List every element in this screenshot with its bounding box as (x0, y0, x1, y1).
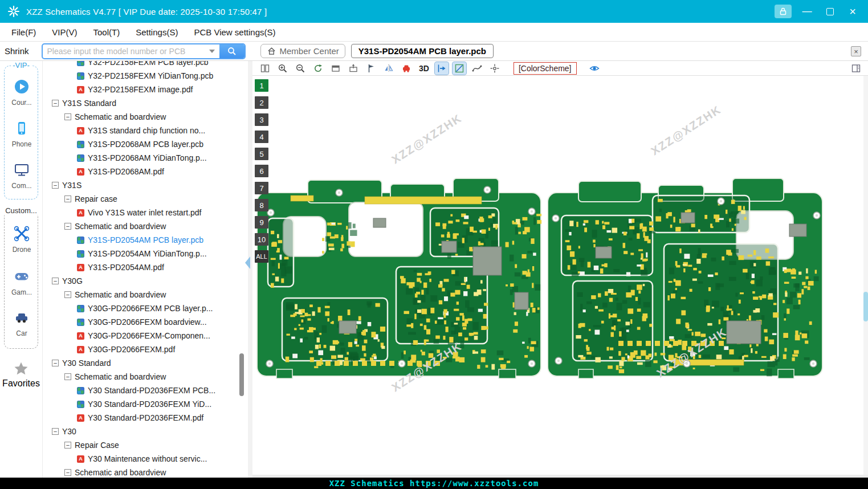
tab-pcb-file[interactable]: Y31S-PD2054AM PCB layer.pcb (351, 44, 494, 58)
sidebar-item-phone[interactable]: Phone (5, 120, 39, 148)
menu-item-vipv[interactable]: VIP(V) (44, 23, 85, 41)
collapse-icon[interactable]: − (64, 442, 71, 449)
tree-scrollbar-thumb[interactable] (239, 353, 244, 396)
tree-item[interactable]: −Y31S (43, 178, 248, 192)
menu-item-settingss[interactable]: Settings(S) (128, 23, 186, 41)
curve-tool-icon[interactable] (470, 62, 484, 75)
tree-item[interactable]: −Repair case (43, 192, 248, 206)
search-button[interactable] (219, 43, 244, 59)
layer-button-3[interactable]: 3 (255, 113, 268, 126)
panel-splitter[interactable] (248, 61, 252, 478)
lock-icon[interactable] (775, 5, 792, 18)
sidebar-item-com[interactable]: Com... (5, 162, 39, 190)
tree-item[interactable]: Y30 Standard-PD2036FEXM YiD... (43, 397, 248, 411)
tree-item[interactable]: Y31S-PD2054AM YiDianTong.p... (43, 247, 248, 260)
label-3d[interactable]: 3D (417, 62, 431, 75)
tree-item[interactable]: AY30 Standard-PD2036FEXM.pdf (43, 411, 248, 425)
panel-layout-icon[interactable] (851, 63, 861, 76)
tree-item[interactable]: −Schematic and boardview (43, 370, 248, 384)
grab-tool-icon[interactable] (488, 62, 502, 75)
menu-item-pcbviewsettingss[interactable]: PCB View settings(S) (186, 23, 283, 41)
measure-diag-icon[interactable] (453, 62, 466, 75)
layer-button-1[interactable]: 1 (255, 79, 268, 92)
menu-item-toolt[interactable]: Tool(T) (85, 23, 128, 41)
tree-item[interactable]: AY32-PD2158FEXM image.pdf (43, 83, 248, 96)
search-input[interactable] (43, 47, 209, 56)
probe-flag-icon[interactable] (364, 62, 378, 75)
sidebar-item-cour[interactable]: Cour... (5, 79, 39, 107)
tree-item[interactable]: Y31S-PD2054AM PCB layer.pcb (43, 233, 248, 247)
collapse-icon[interactable]: − (64, 291, 71, 298)
layer-button-10[interactable]: 10 (255, 233, 268, 246)
canvas-scrollbar-thumb[interactable] (863, 292, 868, 321)
canvas-scrollbar[interactable] (863, 76, 868, 475)
tree-item[interactable]: Y32-PD2158FEXM PCB layer.pcb (43, 61, 248, 69)
tree-item[interactable]: AY30 Maintenance without servic... (43, 452, 248, 466)
mirror-flip-icon[interactable] (382, 62, 396, 75)
sidebar-item-car[interactable]: Car (5, 309, 39, 337)
maximize-button[interactable] (822, 4, 837, 19)
collapse-panel-icon[interactable] (245, 256, 250, 269)
tree-item[interactable]: AY31S-PD2054AM.pdf (43, 260, 248, 274)
tree-item[interactable]: Y30G-PD2066FEXM PCB layer.p... (43, 301, 248, 315)
zoom-in-icon[interactable] (276, 62, 290, 75)
tree-item[interactable]: −Repair Case (43, 438, 248, 452)
tree-item[interactable]: −Schematic and boardview (43, 110, 248, 124)
layer-button-4[interactable]: 4 (255, 131, 268, 143)
collapse-icon[interactable]: − (52, 360, 59, 366)
tree-item[interactable]: −Schematic and boardview (43, 288, 248, 301)
collapse-icon[interactable]: − (64, 469, 71, 476)
layer-arrow-icon[interactable] (435, 62, 449, 75)
tree-item[interactable]: Y31S-PD2068AM YiDianTong.p... (43, 151, 248, 165)
layer-button-6[interactable]: 6 (255, 165, 268, 177)
collapse-icon[interactable]: − (52, 182, 59, 189)
layer-button-8[interactable]: 8 (255, 199, 268, 211)
zoom-out-icon[interactable] (294, 62, 307, 75)
tree-item[interactable]: −Y30G (43, 274, 248, 288)
layer-button-7[interactable]: 7 (255, 182, 268, 194)
tree-item[interactable]: −Y31S Standard (43, 96, 248, 110)
tree-item[interactable]: AY30G-PD2066FEXM.pdf (43, 343, 248, 356)
collapse-icon[interactable]: − (64, 113, 71, 120)
close-file-icon[interactable]: × (851, 46, 861, 56)
refresh-icon[interactable] (311, 62, 325, 75)
tree-item[interactable]: Y30 Standard-PD2036FEXM PCB... (43, 384, 248, 397)
tree-item[interactable]: AY30G-PD2066FEXM-Componen... (43, 329, 248, 343)
shrink-button[interactable]: Shrink (5, 46, 29, 56)
collapse-icon[interactable]: − (64, 223, 71, 230)
board-export-icon[interactable] (347, 62, 360, 75)
chevron-down-icon[interactable] (209, 50, 215, 53)
board-top-icon[interactable] (329, 62, 343, 75)
layer-button-all[interactable]: ALL (255, 250, 268, 263)
tree-item[interactable]: Y32-PD2158FEXM YiDianTong.pcb (43, 69, 248, 83)
tree-item[interactable]: Y31S-PD2068AM PCB layer.pcb (43, 137, 248, 151)
tree-item[interactable]: −Y30 (43, 425, 248, 438)
collapse-icon[interactable]: − (64, 373, 71, 380)
collapse-icon[interactable]: − (52, 100, 59, 107)
pcb-canvas[interactable]: XZZ@XZZHKXZZ@XZZHKXZZ@XZZHKXZZ@XZZHK (252, 76, 863, 475)
layer-button-2[interactable]: 2 (255, 96, 268, 109)
tree-item[interactable]: AY31S-PD2068AM.pdf (43, 165, 248, 178)
member-center-button[interactable]: Member Center (260, 44, 345, 58)
collapse-icon[interactable]: − (64, 195, 71, 202)
layer-button-5[interactable]: 5 (255, 148, 268, 160)
tree-item[interactable]: −Schematic and boardview (43, 466, 248, 478)
tree-item[interactable]: AY31S standard chip function no... (43, 124, 248, 137)
eye-icon[interactable] (588, 62, 601, 75)
tree-item[interactable]: Y30G-PD2066FEXM boardview... (43, 315, 248, 329)
tree-item[interactable]: AVivo Y31S water inlet restart.pdf (43, 206, 248, 219)
tree-scrollbar[interactable] (239, 61, 244, 478)
tree-item[interactable]: −Y30 Standard (43, 356, 248, 370)
tree-item[interactable]: −Schematic and boardview (43, 219, 248, 233)
sidebar-item-gam[interactable]: Gam... (5, 268, 39, 296)
sidebar-item-drone[interactable]: Drone (5, 226, 39, 254)
layer-button-9[interactable]: 9 (255, 216, 268, 229)
menu-item-filef[interactable]: File(F) (3, 23, 44, 41)
colorscheme-button[interactable]: [ColorScheme] (514, 62, 577, 75)
collapse-icon[interactable]: − (52, 278, 59, 284)
close-button[interactable]: × (845, 4, 860, 19)
split-view-icon[interactable] (258, 62, 272, 75)
collapse-icon[interactable]: − (52, 428, 59, 435)
net-red-icon[interactable] (400, 62, 413, 75)
minimize-button[interactable]: — (800, 4, 814, 19)
